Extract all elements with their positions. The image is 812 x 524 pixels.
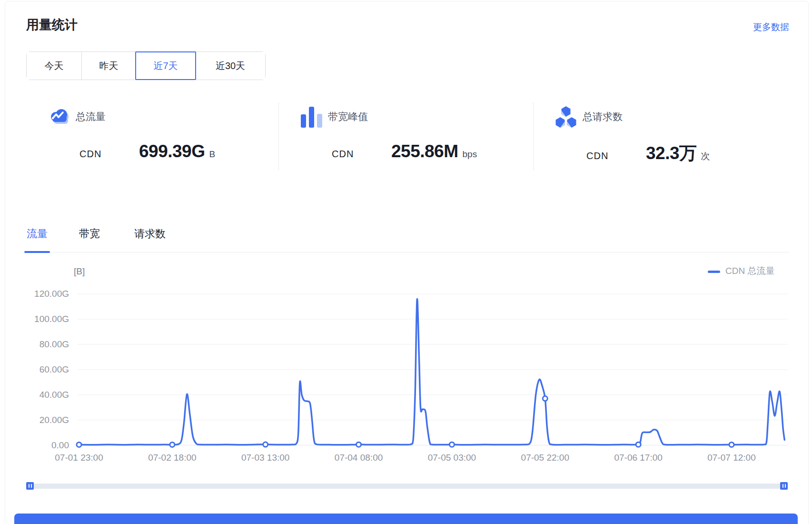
metric-tab-bandwidth[interactable]: 带宽	[77, 227, 102, 241]
x-axis-label: 07-04 08:00	[321, 453, 397, 463]
y-axis-label: 80.00G	[17, 339, 69, 350]
y-axis-label: 40.00G	[17, 389, 69, 401]
usage-statistics-panel: 用量统计 更多数据 今天 昨天 近7天 近30天 总流量 CDN 699.39G	[0, 0, 812, 524]
stat-value: 32.3万	[646, 141, 697, 165]
stat-card-total-requests: 总请求数 CDN 32.3万 次	[533, 98, 788, 171]
range-tab-today[interactable]: 今天	[27, 52, 81, 80]
bar-chart-icon	[300, 105, 323, 129]
pause-icon	[782, 484, 786, 488]
y-axis-label: 0.00	[17, 440, 69, 451]
datazoom-handle-left[interactable]	[26, 482, 34, 490]
chart-unit-label: [B]	[74, 266, 85, 277]
range-tab-last-30-days[interactable]: 近30天	[196, 52, 265, 80]
metric-tab-requests[interactable]: 请求数	[130, 227, 170, 241]
stat-value: 699.39G	[139, 141, 205, 161]
stat-label: 总流量	[76, 110, 106, 123]
chart-legend[interactable]: CDN 总流量	[708, 265, 774, 277]
chart-marker	[263, 442, 268, 447]
chart-marker	[543, 396, 547, 401]
stat-card-bandwidth-peak: 带宽峰值 CDN 255.86M bps	[278, 98, 533, 171]
cloud-traffic-icon	[48, 105, 70, 129]
chart-marker	[729, 442, 734, 447]
x-axis-label: 07-06 17:00	[600, 453, 676, 463]
stat-value: 255.86M	[391, 141, 458, 161]
chart-marker	[356, 442, 361, 447]
stat-unit: B	[209, 149, 215, 160]
chart-marker	[170, 442, 175, 447]
stat-unit: 次	[701, 150, 710, 162]
legend-label: CDN 总流量	[725, 265, 774, 277]
chart-marker	[636, 442, 641, 447]
tabs-divider	[25, 252, 789, 252]
stat-unit: bps	[463, 149, 477, 160]
stat-value-row: CDN 255.86M bps	[332, 141, 477, 161]
x-axis-label: 07-01 23:00	[41, 453, 117, 463]
stat-label: 总请求数	[583, 110, 623, 123]
more-data-link[interactable]: 更多数据	[753, 21, 789, 33]
x-axis-label: 07-05 03:00	[414, 453, 490, 463]
y-axis-label: 100.00G	[17, 313, 69, 325]
metric-tab-traffic[interactable]: 流量	[24, 227, 50, 241]
y-axis-label: 20.00G	[17, 414, 69, 426]
date-range-tab-group: 今天 昨天 近7天 近30天	[26, 51, 266, 80]
range-tab-yesterday[interactable]: 昨天	[81, 52, 136, 80]
chart-marker	[77, 442, 81, 447]
active-tab-underline	[24, 251, 50, 253]
bottom-primary-bar[interactable]	[14, 514, 798, 524]
range-tab-last-7-days[interactable]: 近7天	[135, 51, 196, 80]
page-title: 用量统计	[26, 16, 78, 33]
chart-marker	[449, 442, 454, 447]
stat-product: CDN	[79, 149, 139, 160]
x-axis-label: 07-03 13:00	[228, 453, 304, 463]
x-axis-label: 07-02 18:00	[134, 453, 210, 463]
stat-value-row: CDN 699.39G B	[79, 141, 215, 161]
y-axis-label: 60.00G	[17, 364, 69, 375]
x-axis-label: 07-05 22:00	[507, 453, 583, 463]
cubes-icon	[555, 105, 577, 129]
y-axis-label: 120.00G	[17, 288, 69, 300]
stat-product: CDN	[332, 149, 391, 160]
datazoom-slider-track[interactable]	[26, 484, 788, 489]
chart-line	[79, 299, 784, 445]
stat-product: CDN	[586, 151, 646, 161]
stat-label: 带宽峰值	[328, 110, 368, 123]
pause-icon	[29, 484, 32, 488]
datazoom-handle-right[interactable]	[780, 482, 788, 490]
stat-value-row: CDN 32.3万 次	[586, 141, 710, 165]
stat-card-total-traffic: 总流量 CDN 699.39G B	[26, 98, 278, 171]
legend-dash-icon	[708, 271, 720, 273]
x-axis-label: 07-07 12:00	[693, 453, 770, 463]
